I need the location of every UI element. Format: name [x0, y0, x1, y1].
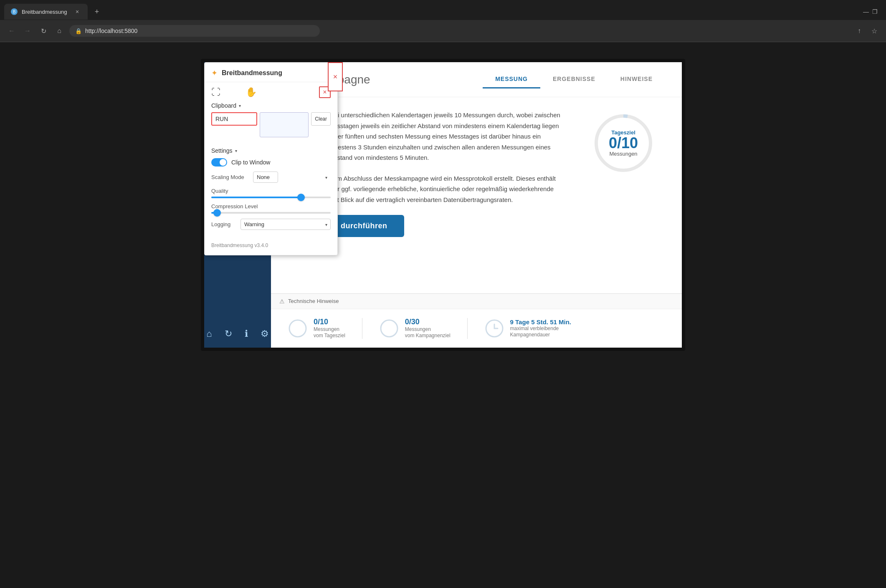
back-button[interactable]: ←	[6, 25, 18, 37]
panel-title-text: Breitbandmessung	[222, 69, 282, 77]
share-button[interactable]: ↑	[853, 25, 865, 37]
compression-label: Compression Level	[211, 203, 331, 209]
bookmark-button[interactable]: ☆	[868, 25, 880, 37]
version-text: Breitbandmessung v3.4.0	[205, 239, 337, 248]
url-text: http://localhost:5800	[85, 28, 137, 34]
progress-circle: Tagesziel 0/10 Messungen	[590, 110, 657, 177]
panel-logo-icon: ✦	[211, 68, 218, 78]
stat-number-3: 9 Tage 5 Std. 51 Min.	[510, 318, 571, 326]
new-tab-button[interactable]: +	[91, 6, 103, 18]
svg-point-2	[289, 320, 306, 337]
app-nav: ⌂ ↻ ℹ ⚙	[206, 328, 268, 339]
compression-row: Compression Level	[211, 203, 331, 214]
stat-number-1: 0/10	[314, 318, 345, 326]
clip-to-window-label: Clip to Window	[231, 159, 270, 166]
footer-stat-3: 9 Tage 5 Std. 51 Min. maximal verbleiben…	[484, 318, 571, 338]
footer-divider-2	[467, 318, 468, 339]
logging-select[interactable]: Warning Debug Info Error	[240, 219, 331, 230]
panel-toolbar: ⛶ ✋ ×	[205, 82, 337, 102]
quality-row: Quality	[211, 188, 331, 198]
secure-icon: 🔒	[75, 28, 82, 34]
tab-favicon: B	[11, 8, 18, 15]
tab-close-button[interactable]: ×	[73, 8, 81, 15]
scaling-select[interactable]: None Fit Stretch	[253, 172, 278, 183]
clipboard-input-row: Clear	[211, 112, 331, 139]
clip-to-window-row: Clip to Window	[211, 158, 331, 167]
settings-header[interactable]: Settings ▾	[211, 147, 331, 154]
clipboard-header[interactable]: Clipboard ▾	[211, 102, 331, 109]
logging-select-wrapper: Warning Debug Info Error ▾	[240, 219, 331, 230]
footer-stat-2: 0/30 Messungenvom Kampagnenziel	[379, 318, 451, 339]
clipboard-chevron-icon: ▾	[239, 103, 241, 108]
logging-row: Logging Warning Debug Info Error ▾	[211, 219, 331, 230]
warning-icon: ⚠	[279, 298, 285, 305]
nav-refresh-icon[interactable]: ↻	[225, 328, 232, 339]
compression-slider-track	[211, 212, 331, 214]
window-controls: — ❐	[863, 8, 882, 15]
progress-center: Tagesziel 0/10 Messungen	[609, 129, 638, 157]
home-button[interactable]: ⌂	[53, 25, 65, 37]
scaling-chevron-icon: ▾	[325, 175, 327, 179]
nav-settings-icon[interactable]: ⚙	[261, 328, 269, 339]
scaling-label: Scaling Mode	[211, 174, 253, 180]
technische-hinweise-bar[interactable]: ⚠ Technische Hinweise	[271, 293, 682, 309]
forward-button[interactable]: →	[22, 25, 33, 37]
app-footer: 0/10 Messungenvom Tagesziel 0/30 Messung…	[271, 309, 682, 348]
window-maximize-button[interactable]: ❐	[872, 8, 878, 15]
footer-divider-1	[362, 318, 362, 339]
svg-point-3	[381, 320, 397, 337]
clipboard-textarea-wrap	[260, 112, 309, 139]
logging-label: Logging	[211, 221, 240, 227]
settings-label: Settings	[211, 147, 233, 154]
expand-button[interactable]: ⛶	[211, 87, 220, 98]
scaling-row: Scaling Mode None Fit Stretch ▾	[211, 172, 331, 183]
settings-section: Settings ▾ Clip to Window Scaling Mode N…	[205, 143, 337, 239]
progress-sublabel: Messungen	[609, 151, 638, 157]
toggle-knob	[220, 159, 226, 166]
stat-number-2: 0/30	[405, 318, 451, 326]
quality-slider-track	[211, 197, 331, 198]
clipboard-clear-button[interactable]: Clear	[311, 112, 331, 126]
tab-bar: B Breitbandmessung × + — ❐	[0, 0, 886, 20]
main-area: breitband messungIII ⌂ ↻ ℹ ⚙	[0, 42, 886, 588]
stat-text-2: 0/30 Messungenvom Kampagnenziel	[405, 318, 451, 339]
settings-chevron-icon: ▾	[235, 149, 237, 153]
stat-desc-1: Messungenvom Tagesziel	[314, 326, 345, 339]
stat-desc-3: maximal verbleibendeKampagnendauer	[510, 326, 571, 338]
overlay-close-button[interactable]: ×	[328, 62, 343, 91]
reload-button[interactable]: ↻	[38, 25, 49, 37]
technische-text: Technische Hinweise	[288, 298, 339, 304]
clipboard-textarea[interactable]	[260, 112, 309, 137]
quality-slider-thumb[interactable]	[297, 194, 305, 201]
clipboard-label: Clipboard	[211, 102, 236, 109]
active-tab[interactable]: B Breitbandmessung ×	[4, 4, 88, 20]
grab-button[interactable]: ✋	[246, 87, 257, 98]
clip-to-window-toggle[interactable]	[211, 158, 227, 167]
progress-value: 0/10	[609, 136, 638, 151]
tab-title-text: Breitbandmessung	[22, 9, 69, 15]
panel-title-bar: ✦ Breitbandmessung	[205, 63, 337, 82]
close-x-icon: ×	[333, 73, 338, 81]
clipboard-section: Clipboard ▾ Clear	[205, 102, 337, 143]
stat-text-1: 0/10 Messungenvom Tagesziel	[314, 318, 345, 339]
app-window: breitband messungIII ⌂ ↻ ℹ ⚙	[201, 59, 685, 351]
progress-section: Tagesziel 0/10 Messungen	[582, 110, 665, 281]
nav-home-icon[interactable]: ⌂	[206, 328, 212, 339]
browser-actions: ↑ ☆	[853, 25, 880, 37]
browser-chrome: B Breitbandmessung × + — ❐ ← → ↻ ⌂ 🔒 htt…	[0, 0, 886, 42]
nav-info-icon[interactable]: ℹ	[245, 328, 248, 339]
address-bar: ← → ↻ ⌂ 🔒 http://localhost:5800 ↑ ☆	[0, 20, 886, 42]
clipboard-input[interactable]	[211, 112, 257, 126]
window-minimize-button[interactable]: —	[863, 8, 869, 15]
scaling-select-wrapper: None Fit Stretch ▾	[253, 172, 331, 183]
stat-desc-2: Messungenvom Kampagnenziel	[405, 326, 451, 339]
quality-slider-fill	[211, 197, 301, 198]
stat-text-3: 9 Tage 5 Std. 51 Min. maximal verbleiben…	[510, 318, 571, 338]
quality-label: Quality	[211, 188, 331, 194]
sidebar-panel: ✦ Breitbandmessung ⛶ ✋ × Clipboard ▾	[204, 62, 338, 255]
url-bar[interactable]: 🔒 http://localhost:5800	[69, 25, 320, 37]
close-overlay: ×	[328, 62, 682, 91]
footer-stat-1: 0/10 Messungenvom Tagesziel	[288, 318, 345, 339]
compression-slider-thumb[interactable]	[213, 209, 221, 217]
